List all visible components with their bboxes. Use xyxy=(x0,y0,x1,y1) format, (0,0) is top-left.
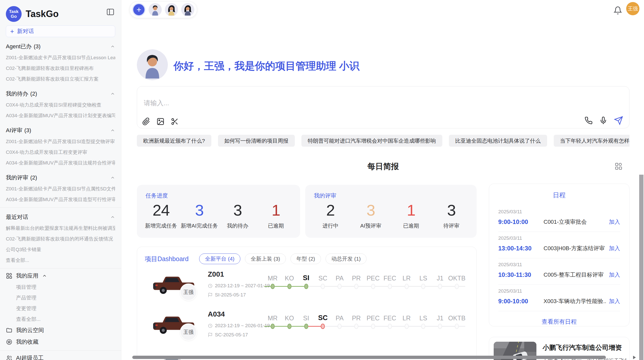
section-count: (2) xyxy=(30,91,37,97)
section-count: (3) xyxy=(24,127,31,134)
briefing-layout-icon[interactable] xyxy=(614,162,623,170)
event-time: 9:00-10:00 xyxy=(498,298,544,305)
card-title: 任务进度 xyxy=(142,192,295,200)
clock-icon xyxy=(208,283,213,288)
app-sub-item[interactable]: 查看全部... xyxy=(6,314,115,324)
recent-conversation-item[interactable]: C02-飞腾新能源轻客改款项目的闭环通告反馈情况 xyxy=(6,234,115,244)
ai-review-list: Z001-全新燃油轻卡产品开发项目SI造型提交物评审C0X4-动力总成开发项目工… xyxy=(6,136,115,168)
cloud-space-label: 我的云空间 xyxy=(16,326,44,334)
dashboard-filter-chip[interactable]: 动总开发 (1) xyxy=(326,253,367,264)
avatar-2[interactable] xyxy=(165,3,178,16)
event-title: C001-立项审批会 xyxy=(544,218,606,226)
notification-bell-icon[interactable] xyxy=(613,6,622,15)
stat-value: 1 xyxy=(257,201,295,219)
section-header-my-todo[interactable]: 我的待办 (2) xyxy=(6,88,115,100)
sidebar-collapse-icon[interactable] xyxy=(106,8,115,16)
news-title: 小鹏飞行汽车制造公司增资 xyxy=(543,343,626,352)
sidebar-task-item[interactable]: Z001-全新燃油轻卡产品开发项目SI造型提交物评审 xyxy=(6,136,115,147)
avatar-3[interactable] xyxy=(181,3,194,16)
my-review-list: Z001-全新燃油轻卡产品开发项目SI节点属性5D文件评审A034-全新新能源M… xyxy=(6,184,115,205)
view-all-schedule-link[interactable]: 查看所有日程 xyxy=(489,318,629,326)
milestone-SI: SI xyxy=(298,311,315,331)
chevron-up-icon xyxy=(110,91,115,96)
sidebar-item-my-apps[interactable]: 我的应用 xyxy=(6,270,115,282)
chat-input[interactable] xyxy=(143,98,577,114)
stat-label: 已逾期 xyxy=(391,222,431,229)
project-row-a034[interactable]: 王强 A034 2023-12-19 ~ 2026-01-19 SC-2025-… xyxy=(137,309,476,346)
stat-value: 3 xyxy=(351,201,391,219)
event-date: 2025/03/11 xyxy=(498,209,620,215)
new-chat-button[interactable]: + 新对话 xyxy=(6,25,115,37)
suggestion-chips: 欧洲新规最近颁布了什么?如何写一份清晰的项目周报特朗普可能对进口汽车增税会对中国… xyxy=(137,135,630,147)
recent-view-all-link[interactable]: 查看全部... xyxy=(6,255,115,266)
event-join-link[interactable]: 加入 xyxy=(609,245,620,252)
section-label: 最近对话 xyxy=(6,213,28,221)
milestone-PR: PR xyxy=(348,311,365,331)
stat: 2 进行中 xyxy=(310,201,351,229)
sidebar-task-item[interactable]: C02-飞腾新能源轻客改款项目里程碑画布 xyxy=(6,63,115,74)
microphone-icon[interactable] xyxy=(599,116,607,125)
app-sub-item[interactable]: 项目管理 xyxy=(6,282,115,292)
sidebar-task-item[interactable]: A034-全新新能源MUV产品开发项目造型可行性评审 xyxy=(6,194,115,205)
composer-right-icons xyxy=(584,116,623,125)
dashboard-filter-chip[interactable]: 全新上装 (3) xyxy=(245,253,286,264)
milestone-FEC: FEC xyxy=(382,271,398,291)
add-conversation-button[interactable]: + xyxy=(132,3,145,16)
sidebar-task-item[interactable]: C0X4-动力总成开发项目SI里程碑提交物检查 xyxy=(6,100,115,110)
app-sub-item[interactable]: 变更管理 xyxy=(6,303,115,314)
image-icon[interactable] xyxy=(156,117,165,126)
sidebar-item-ai-super-staff[interactable]: AI超级员工 xyxy=(6,352,115,360)
section-header-ai-review[interactable]: AI评审 (3) xyxy=(6,125,115,136)
new-chat-label: 新对话 xyxy=(17,27,34,35)
sidebar-task-item[interactable]: Z001-全新燃油轻卡产品开发项目SI节点属性5D文件评审 xyxy=(6,184,115,194)
event-join-link[interactable]: 加入 xyxy=(609,218,620,226)
schedule-title: 日程 xyxy=(489,191,629,199)
sidebar-task-item[interactable]: C02-飞腾新能源轻客改款项目立项汇报方案 xyxy=(6,74,115,84)
clock-icon xyxy=(208,323,213,328)
dashboard-filter-chip[interactable]: 全新平台 (4) xyxy=(199,253,240,264)
suggestion-chip[interactable]: 特朗普可能对进口汽车增税会对中国车企造成哪些影响 xyxy=(301,135,442,147)
user-avatar[interactable]: 王强 xyxy=(626,2,639,15)
project-row-z001[interactable]: 王强 Z001 2023-12-19 ~ 2027-01-19 SI-2025-… xyxy=(137,269,476,306)
send-icon[interactable] xyxy=(614,116,623,125)
sidebar-task-item[interactable]: A034-全新新能源MUV产品开发项目计划变更表编写 xyxy=(6,110,115,121)
vertical-scrollbar[interactable] xyxy=(639,175,643,360)
recent-conversation-item[interactable]: 公司Q3轻卡销量 xyxy=(6,244,115,255)
plus-icon: + xyxy=(10,28,14,35)
stat: 3 待评审 xyxy=(431,201,472,229)
recent-conversation-item[interactable]: 解释最新出台的欧盟报废车法规再生塑料比例被调至15%... xyxy=(6,223,115,234)
sidebar-task-item[interactable]: A034-全新新能源MUV产品开发项目法规符合性评审 xyxy=(6,158,115,168)
suggestion-chip[interactable]: 如何写一份清晰的项目周报 xyxy=(218,135,295,147)
event-date: 2025/03/11 xyxy=(498,288,620,294)
app-sub-item[interactable]: 产品管理 xyxy=(6,292,115,303)
calendar-event: 2025/03/11 9:00-10:00 C001-立项审批会 加入 xyxy=(498,205,620,232)
section-header-recent[interactable]: 最近对话 xyxy=(6,211,115,223)
event-join-link[interactable]: 加入 xyxy=(609,271,620,279)
sidebar-item-favorites[interactable]: 我的收藏 xyxy=(6,336,115,348)
suggestion-chip[interactable]: 比亚迪全固态电池计划具体说了什么 xyxy=(449,135,547,147)
phone-icon[interactable] xyxy=(584,116,593,125)
horizontal-scrollbar[interactable] xyxy=(132,356,606,359)
attachment-icon[interactable] xyxy=(142,117,150,126)
section-header-agent-done[interactable]: Agent已办 (3) xyxy=(6,41,115,52)
milestone-LS: LS xyxy=(415,311,432,331)
scroll-right-arrow[interactable] xyxy=(633,356,636,359)
section-header-my-review[interactable]: 我的评审 (2) xyxy=(6,172,115,184)
section-label: 我的待办 xyxy=(6,90,28,98)
sidebar-task-item[interactable]: Z001-全新燃油皮卡产品开发项目SI节点Lesson Learn报告 xyxy=(6,52,115,63)
suggestion-chip[interactable]: 欧洲新规最近颁布了什么? xyxy=(137,135,211,147)
project-owner-badge: 王强 xyxy=(180,283,197,301)
scissors-icon[interactable] xyxy=(171,117,179,126)
apps-sublist: 项目管理产品管理变更管理查看全部... xyxy=(6,282,115,324)
stat-label: 进行中 xyxy=(310,222,351,229)
suggestion-chip[interactable]: 当下年轻人对汽车外观有怎样的喜好趋势 xyxy=(554,135,630,147)
sidebar-task-item[interactable]: C0X4-动力总成开发项目工程变更评审 xyxy=(6,147,115,158)
schedule-events: 2025/03/11 9:00-10:00 C001-立项审批会 加入 2025… xyxy=(489,205,629,311)
avatar-1[interactable] xyxy=(149,3,162,16)
stat-label: 新增AI完成任务 xyxy=(180,222,219,229)
dashboard-filter-chip[interactable]: 年型 (2) xyxy=(290,253,321,264)
chevron-up-icon xyxy=(110,128,115,133)
project-name: A034 xyxy=(208,310,225,318)
sidebar-item-cloud-space[interactable]: 我的云空间 xyxy=(6,324,115,336)
event-join-link[interactable]: 加入 xyxy=(609,297,620,305)
